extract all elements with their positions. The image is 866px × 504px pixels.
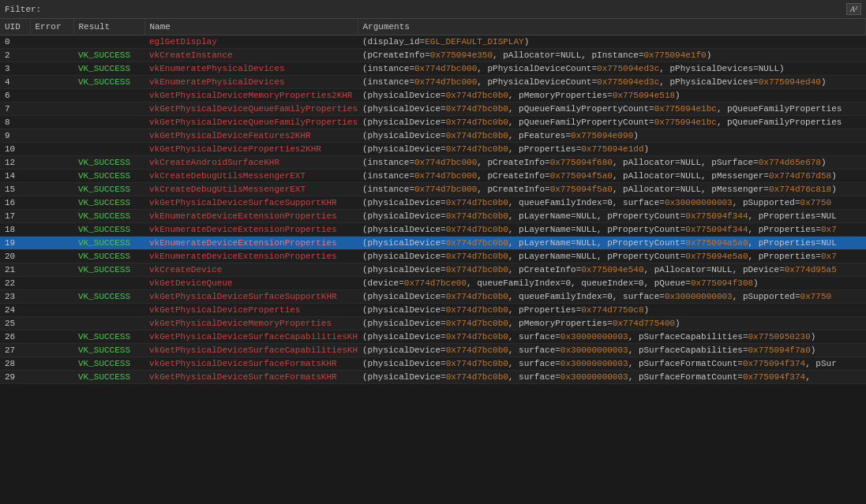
cell-name: vkGetDeviceQueue bbox=[144, 277, 358, 290]
cell-result bbox=[73, 129, 144, 143]
cell-name: vkGetPhysicalDeviceSurfaceFormatsKHR bbox=[144, 371, 358, 384]
table-row[interactable]: 24vkGetPhysicalDeviceProperties(physical… bbox=[0, 304, 866, 317]
table-row[interactable]: 23VK_SUCCESSvkGetPhysicalDeviceSurfaceSu… bbox=[0, 290, 866, 304]
cell-uid: 19 bbox=[0, 237, 30, 250]
filter-input[interactable] bbox=[44, 5, 846, 14]
table-row[interactable]: 18VK_SUCCESSvkEnumerateDeviceExtensionPr… bbox=[0, 223, 866, 237]
cell-uid: 14 bbox=[0, 170, 30, 183]
cell-args: (instance=0x774d7bc000, pCreateInfo=0x77… bbox=[358, 170, 866, 183]
cell-error bbox=[30, 196, 73, 210]
cell-result: VK_SUCCESS bbox=[73, 49, 144, 62]
cell-uid: 3 bbox=[0, 62, 30, 76]
cell-args: (physicalDevice=0x774d7bc0b0, surface=0x… bbox=[358, 330, 866, 344]
cell-name: vkCreateDevice bbox=[144, 263, 358, 277]
cell-name: vkEnumerateDeviceExtensionProperties bbox=[144, 223, 358, 237]
table-row[interactable]: 14VK_SUCCESSvkCreateDebugUtilsMessengerE… bbox=[0, 170, 866, 183]
table-row[interactable]: 16VK_SUCCESSvkGetPhysicalDeviceSurfaceSu… bbox=[0, 196, 866, 210]
cell-args: (instance=0x774d7bc000, pPhysicalDeviceC… bbox=[358, 76, 866, 89]
table-row[interactable]: 0eglGetDisplay(display_id=EGL_DEFAULT_DI… bbox=[0, 35, 866, 49]
cell-uid: 4 bbox=[0, 76, 30, 89]
cell-name: vkEnumerateDeviceExtensionProperties bbox=[144, 210, 358, 223]
cell-error bbox=[30, 317, 73, 330]
cell-result: VK_SUCCESS bbox=[73, 76, 144, 89]
cell-args: (physicalDevice=0x774d7bc0b0, pLayerName… bbox=[358, 237, 866, 250]
cell-uid: 25 bbox=[0, 317, 30, 330]
table-row[interactable]: 29VK_SUCCESSvkGetPhysicalDeviceSurfaceFo… bbox=[0, 371, 866, 384]
cell-uid: 18 bbox=[0, 223, 30, 237]
filter-label: Filter: bbox=[5, 5, 41, 14]
cell-name: vkCreateDebugUtilsMessengerEXT bbox=[144, 170, 358, 183]
cell-name: vkGetPhysicalDeviceQueueFamilyProperties… bbox=[144, 103, 358, 116]
cell-name: vkGetPhysicalDeviceQueueFamilyProperties… bbox=[144, 116, 358, 129]
cell-args: (device=0x774d7bce00, queueFamilyIndex=0… bbox=[358, 277, 866, 290]
cell-result bbox=[73, 116, 144, 129]
cell-error bbox=[30, 357, 73, 371]
table-row[interactable]: 3VK_SUCCESSvkEnumeratePhysicalDevices(in… bbox=[0, 62, 866, 76]
cell-error bbox=[30, 223, 73, 237]
table-row[interactable]: 21VK_SUCCESSvkCreateDevice(physicalDevic… bbox=[0, 263, 866, 277]
col-header-name: Name bbox=[144, 19, 358, 35]
table-row[interactable]: 9vkGetPhysicalDeviceFeatures2KHR(physica… bbox=[0, 129, 866, 143]
cell-result: VK_SUCCESS bbox=[73, 250, 144, 263]
table-row[interactable]: 25vkGetPhysicalDeviceMemoryProperties(ph… bbox=[0, 317, 866, 330]
cell-error bbox=[30, 277, 73, 290]
table-row[interactable]: 17VK_SUCCESSvkEnumerateDeviceExtensionPr… bbox=[0, 210, 866, 223]
cell-uid: 17 bbox=[0, 210, 30, 223]
cell-result: VK_SUCCESS bbox=[73, 371, 144, 384]
cell-args: (instance=0x774d7bc000, pPhysicalDeviceC… bbox=[358, 62, 866, 76]
az-button[interactable]: A² bbox=[846, 3, 861, 15]
cell-error bbox=[30, 76, 73, 89]
cell-error bbox=[30, 103, 73, 116]
filter-bar: Filter: A² bbox=[0, 0, 866, 19]
table-row[interactable]: 7vkGetPhysicalDeviceQueueFamilyPropertie… bbox=[0, 103, 866, 116]
cell-args: (display_id=EGL_DEFAULT_DISPLAY) bbox=[358, 35, 866, 49]
table-row[interactable]: 19VK_SUCCESSvkEnumerateDeviceExtensionPr… bbox=[0, 237, 866, 250]
cell-args: (physicalDevice=0x774d7bc0b0, pMemoryPro… bbox=[358, 89, 866, 103]
cell-name: vkCreateAndroidSurfaceKHR bbox=[144, 156, 358, 170]
cell-uid: 7 bbox=[0, 103, 30, 116]
cell-args: (instance=0x774d7bc000, pCreateInfo=0x77… bbox=[358, 156, 866, 170]
table-row[interactable]: 22vkGetDeviceQueue(device=0x774d7bce00, … bbox=[0, 277, 866, 290]
cell-args: (physicalDevice=0x774d7bc0b0, queueFamil… bbox=[358, 290, 866, 304]
cell-uid: 16 bbox=[0, 196, 30, 210]
table-row[interactable]: 26VK_SUCCESSvkGetPhysicalDeviceSurfaceCa… bbox=[0, 330, 866, 344]
table-row[interactable]: 8vkGetPhysicalDeviceQueueFamilyPropertie… bbox=[0, 116, 866, 129]
cell-name: vkGetPhysicalDeviceSurfaceFormatsKHR bbox=[144, 357, 358, 371]
cell-args: (physicalDevice=0x774d7bc0b0, pQueueFami… bbox=[358, 103, 866, 116]
table-row[interactable]: 6vkGetPhysicalDeviceMemoryProperties2KHR… bbox=[0, 89, 866, 103]
cell-name: vkEnumerateDeviceExtensionProperties bbox=[144, 237, 358, 250]
cell-args: (physicalDevice=0x774d7bc0b0, surface=0x… bbox=[358, 371, 866, 384]
table-row[interactable]: 20VK_SUCCESSvkEnumerateDeviceExtensionPr… bbox=[0, 250, 866, 263]
cell-result: VK_SUCCESS bbox=[73, 210, 144, 223]
table-container: UID Error Result Name Arguments 0eglGetD… bbox=[0, 19, 866, 504]
cell-result: VK_SUCCESS bbox=[73, 263, 144, 277]
cell-uid: 27 bbox=[0, 344, 30, 357]
table-row[interactable]: 27VK_SUCCESSvkGetPhysicalDeviceSurfaceCa… bbox=[0, 344, 866, 357]
table-row[interactable]: 12VK_SUCCESSvkCreateAndroidSurfaceKHR(in… bbox=[0, 156, 866, 170]
cell-error bbox=[30, 183, 73, 196]
cell-error bbox=[30, 250, 73, 263]
table-row[interactable]: 10vkGetPhysicalDeviceProperties2KHR(phys… bbox=[0, 143, 866, 156]
cell-error bbox=[30, 344, 73, 357]
cell-result: VK_SUCCESS bbox=[73, 290, 144, 304]
cell-result: VK_SUCCESS bbox=[73, 344, 144, 357]
table-row[interactable]: 15VK_SUCCESSvkCreateDebugUtilsMessengerE… bbox=[0, 183, 866, 196]
table-row[interactable]: 4VK_SUCCESSvkEnumeratePhysicalDevices(in… bbox=[0, 76, 866, 89]
trace-table: UID Error Result Name Arguments 0eglGetD… bbox=[0, 19, 866, 384]
cell-uid: 26 bbox=[0, 330, 30, 344]
table-row[interactable]: 2VK_SUCCESSvkCreateInstance(pCreateInfo=… bbox=[0, 49, 866, 62]
cell-error bbox=[30, 170, 73, 183]
cell-args: (instance=0x774d7bc000, pCreateInfo=0x77… bbox=[358, 183, 866, 196]
cell-error bbox=[30, 129, 73, 143]
cell-result: VK_SUCCESS bbox=[73, 223, 144, 237]
cell-uid: 2 bbox=[0, 49, 30, 62]
cell-name: vkGetPhysicalDeviceProperties bbox=[144, 304, 358, 317]
col-header-args: Arguments bbox=[358, 19, 866, 35]
col-header-result: Result bbox=[73, 19, 144, 35]
table-row[interactable]: 28VK_SUCCESSvkGetPhysicalDeviceSurfaceFo… bbox=[0, 357, 866, 371]
cell-error bbox=[30, 263, 73, 277]
cell-args: (physicalDevice=0x774d7bc0b0, surface=0x… bbox=[358, 344, 866, 357]
cell-uid: 6 bbox=[0, 89, 30, 103]
cell-error bbox=[30, 330, 73, 344]
cell-result bbox=[73, 103, 144, 116]
